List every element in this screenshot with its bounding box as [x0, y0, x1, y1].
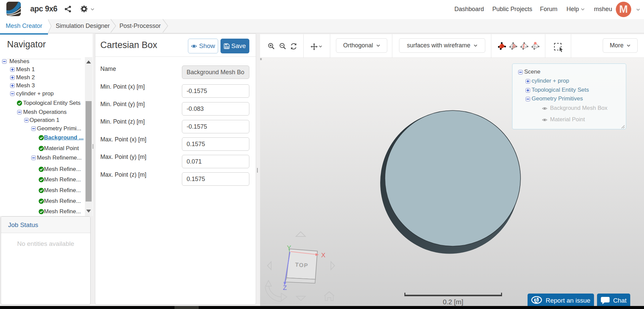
svg-text:Z: Z: [283, 284, 287, 291]
svg-text:TOP: TOP: [295, 262, 308, 269]
svg-text:X: X: [321, 252, 326, 259]
